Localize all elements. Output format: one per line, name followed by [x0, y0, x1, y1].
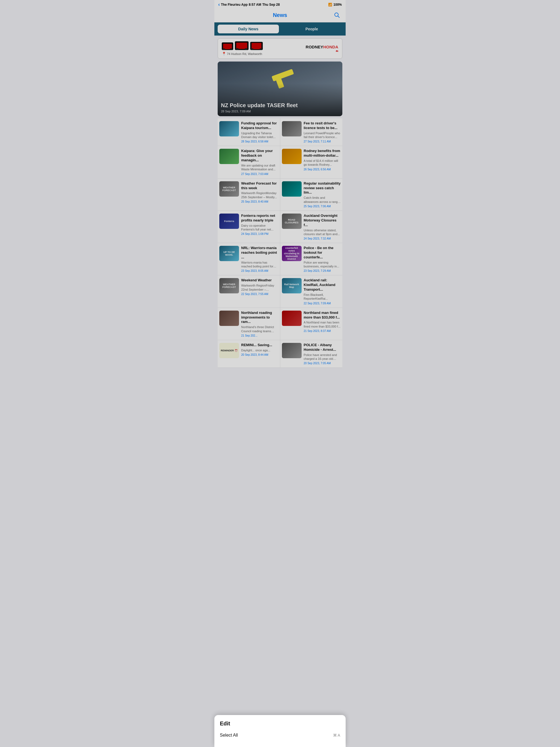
- context-overlay[interactable]: Edit Select All ⌘ A: [214, 0, 346, 387]
